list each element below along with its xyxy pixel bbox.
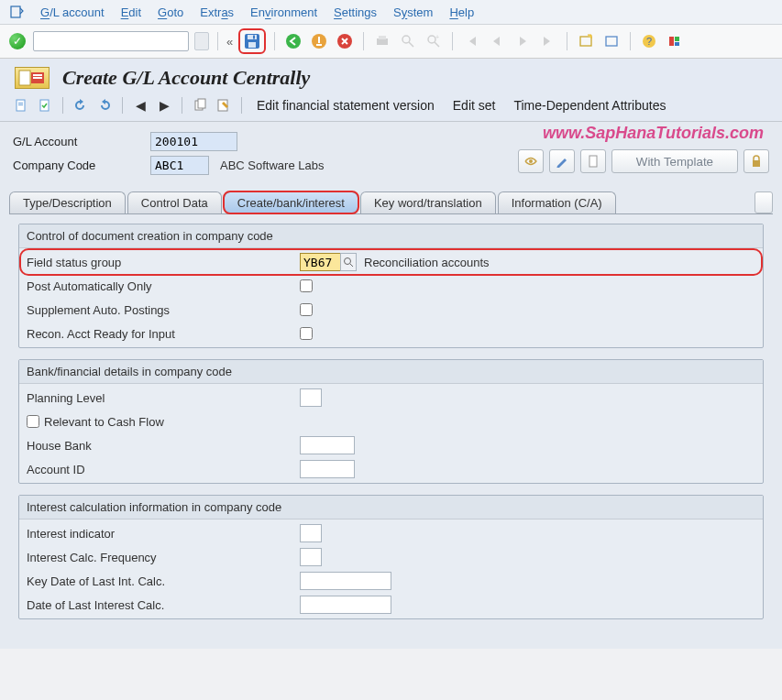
tab-type-description[interactable]: Type/Description: [9, 191, 126, 213]
cashflow-checkbox[interactable]: [27, 415, 39, 428]
menu-settings[interactable]: Settings: [334, 5, 377, 19]
command-field[interactable]: [33, 31, 189, 51]
menu-edit[interactable]: Edit: [121, 5, 141, 19]
menu-goto[interactable]: Goto: [158, 5, 183, 19]
planning-label: Planning Level: [25, 391, 300, 405]
display-change-button[interactable]: [518, 149, 544, 173]
copy-icon[interactable]: [192, 97, 208, 114]
tab-overflow-button[interactable]: [754, 191, 773, 213]
prev-record-icon[interactable]: ◀: [132, 97, 149, 114]
fsg-search-help[interactable]: [340, 253, 357, 271]
accountid-input[interactable]: [300, 460, 355, 478]
next-record-icon[interactable]: ▶: [156, 97, 172, 114]
svg-rect-2: [248, 35, 257, 39]
undo-icon[interactable]: [72, 97, 89, 114]
menu-environment[interactable]: Environment: [250, 5, 317, 19]
svg-point-10: [402, 36, 410, 43]
fsg-desc: Reconciliation accounts: [364, 256, 490, 269]
company-code-label: Company Code: [13, 159, 150, 172]
company-code-desc: ABC Software Labs: [220, 159, 324, 172]
layout-button[interactable]: [665, 31, 685, 51]
svg-rect-9: [379, 36, 386, 39]
keydate-label: Key Date of Last Int. Calc.: [25, 574, 300, 588]
group-title-1: Control of document creation in company …: [19, 224, 763, 248]
edit-set-button[interactable]: Edit set: [447, 98, 501, 113]
next-page-button[interactable]: [512, 31, 533, 51]
first-page-button[interactable]: [461, 31, 481, 51]
company-code-input[interactable]: [150, 156, 209, 175]
change-icon[interactable]: [215, 97, 232, 114]
gl-account-input[interactable]: [150, 132, 237, 151]
menu-extras[interactable]: Extras: [200, 5, 234, 19]
svg-text:?: ?: [646, 36, 652, 47]
tab-keyword-translation[interactable]: Key word/translation: [360, 191, 496, 213]
create-shortcut-button[interactable]: [601, 31, 622, 51]
cancel-button[interactable]: [335, 31, 355, 51]
prev-page-button[interactable]: [487, 31, 507, 51]
print-button[interactable]: [372, 31, 392, 51]
cashflow-row: Relevant to Cash Flow: [25, 415, 300, 429]
title-bar: Create G/L Account Centrally: [0, 59, 782, 97]
find-button[interactable]: [398, 31, 418, 51]
create-button[interactable]: [580, 149, 606, 173]
svg-point-33: [529, 159, 533, 163]
edit-button[interactable]: [549, 149, 575, 173]
menu-system[interactable]: System: [393, 5, 433, 19]
svg-rect-19: [669, 37, 674, 46]
tab-create-bank-interest[interactable]: Create/bank/interest: [224, 191, 358, 213]
back-button[interactable]: [283, 31, 303, 51]
history-back-icon[interactable]: «: [226, 35, 233, 49]
transaction-icon: [15, 67, 50, 89]
accountid-label: Account ID: [25, 463, 300, 476]
command-dropdown[interactable]: [194, 32, 209, 50]
doc-icon[interactable]: [13, 97, 29, 114]
doc-check-icon[interactable]: [37, 97, 53, 114]
housebank-input[interactable]: [300, 436, 355, 454]
lock-button[interactable]: [743, 149, 769, 173]
with-template-button[interactable]: With Template: [611, 149, 738, 173]
last-page-button[interactable]: [538, 31, 558, 51]
housebank-label: House Bank: [25, 439, 300, 453]
tab-information-ca[interactable]: Information (C/A): [498, 191, 616, 213]
help-button[interactable]: ?: [639, 31, 659, 51]
supp-auto-label: Supplement Auto. Postings: [25, 303, 300, 317]
group-interest-calc: Interest calculation information in comp…: [18, 495, 764, 619]
indicator-input[interactable]: [300, 524, 322, 542]
time-dependent-button[interactable]: Time-Dependent Attributes: [508, 98, 671, 113]
recon-checkbox[interactable]: [300, 327, 313, 340]
svg-rect-0: [11, 6, 20, 17]
redo-icon[interactable]: [96, 97, 113, 114]
svg-point-12: [428, 36, 435, 43]
tab-content: Control of document creation in company …: [9, 214, 773, 649]
menu-gl-account[interactable]: G/L account: [40, 5, 105, 19]
svg-rect-31: [198, 99, 205, 108]
svg-rect-27: [18, 103, 23, 104]
freq-input[interactable]: [300, 548, 322, 566]
supp-auto-checkbox[interactable]: [300, 303, 313, 316]
save-button[interactable]: [242, 31, 262, 51]
lastdate-label: Date of Last Interest Calc.: [25, 598, 300, 612]
edit-fsv-button[interactable]: Edit financial statement version: [251, 98, 440, 113]
svg-rect-20: [675, 37, 679, 41]
keydate-input[interactable]: [300, 572, 391, 590]
svg-rect-25: [33, 77, 42, 79]
tab-control-data[interactable]: Control Data: [127, 191, 222, 213]
planning-input[interactable]: [300, 388, 322, 407]
svg-rect-22: [19, 71, 30, 85]
svg-rect-28: [18, 104, 23, 105]
lastdate-input[interactable]: [300, 596, 391, 614]
exit-button[interactable]: [309, 31, 329, 51]
enter-button[interactable]: ✓: [7, 31, 28, 51]
post-auto-checkbox[interactable]: [300, 279, 313, 292]
app-icon: [9, 5, 24, 19]
menu-help[interactable]: Help: [449, 5, 474, 19]
group-bank-details: Bank/financial details in company code P…: [18, 359, 764, 484]
new-session-button[interactable]: [576, 31, 596, 51]
application-toolbar: ◀ ▶ Edit financial statement version Edi…: [0, 97, 782, 122]
fsg-input[interactable]: [300, 253, 341, 271]
group-document-control: Control of document creation in company …: [18, 224, 764, 348]
find-next-button[interactable]: +: [424, 31, 444, 51]
post-auto-label: Post Automatically Only: [25, 279, 300, 293]
indicator-label: Interest indicator: [25, 527, 300, 541]
svg-line-11: [409, 42, 413, 47]
